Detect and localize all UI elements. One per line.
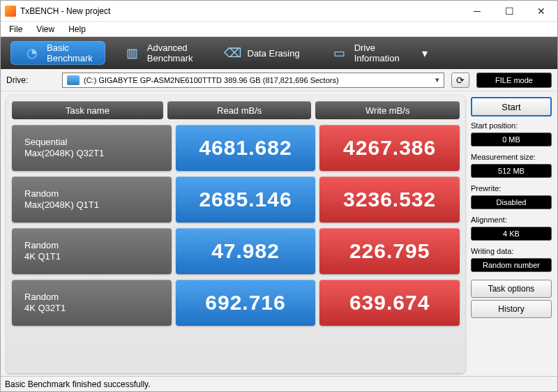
app-icon bbox=[5, 6, 16, 17]
tab-basic-benchmark[interactable]: ◔ BasicBenchmark bbox=[10, 41, 105, 65]
drive-label: Drive: bbox=[6, 75, 55, 85]
window-title: TxBENCH - New project bbox=[20, 6, 110, 16]
disk-icon bbox=[67, 75, 80, 85]
task-random-4k-q32: Random4K Q32T1 bbox=[12, 280, 172, 326]
read-value: 47.982 bbox=[176, 228, 316, 274]
titlebar[interactable]: TxBENCH - New project ─ ☐ ✕ bbox=[1, 1, 557, 22]
refresh-button[interactable]: ⟳ bbox=[451, 73, 469, 88]
startpos-value[interactable]: 0 MB bbox=[471, 133, 552, 146]
bench-row: Random4K Q1T1 47.982 226.795 bbox=[12, 228, 460, 274]
close-button[interactable]: ✕ bbox=[525, 1, 557, 22]
write-value: 3236.532 bbox=[319, 176, 460, 223]
bench-row: RandomMax(2048K) Q1T1 2685.146 3236.532 bbox=[12, 176, 460, 223]
header-write: Write mB/s bbox=[315, 101, 460, 119]
chevron-down-icon: ▾ bbox=[435, 75, 439, 84]
bench-row: Random4K Q32T1 692.716 639.674 bbox=[12, 280, 460, 326]
write-value: 4267.386 bbox=[319, 125, 460, 171]
drive-icon: ▭ bbox=[331, 44, 349, 62]
tab-data-erasing[interactable]: ⌫ Data Erasing bbox=[211, 41, 312, 65]
task-options-button[interactable]: Task options bbox=[471, 280, 552, 298]
task-random-4k-q1: Random4K Q1T1 bbox=[12, 228, 172, 274]
bench-row: SequentialMax(2048K) Q32T1 4681.682 4267… bbox=[12, 125, 460, 171]
chart-icon: ▥ bbox=[123, 44, 142, 62]
menu-file[interactable]: File bbox=[2, 23, 29, 36]
header-read: Read mB/s bbox=[167, 101, 312, 119]
drive-selected-text: (C:) GIGABYTE GP-ASM2NE6100TTTD 389.96 G… bbox=[84, 76, 339, 84]
menu-help[interactable]: Help bbox=[61, 23, 93, 36]
status-text: Basic Benchmark finished successfully. bbox=[5, 379, 151, 389]
prewrite-label: Prewrite: bbox=[471, 181, 552, 193]
tab-drive-information[interactable]: ▭ DriveInformation bbox=[318, 41, 412, 65]
task-random-max: RandomMax(2048K) Q1T1 bbox=[12, 176, 172, 223]
gauge-icon: ◔ bbox=[23, 44, 41, 62]
history-button[interactable]: History bbox=[471, 300, 552, 318]
read-value: 2685.146 bbox=[176, 176, 316, 223]
drive-select[interactable]: (C:) GIGABYTE GP-ASM2NE6100TTTD 389.96 G… bbox=[62, 73, 444, 88]
minimize-button[interactable]: ─ bbox=[461, 1, 493, 22]
menubar: File View Help bbox=[1, 22, 557, 37]
startpos-label: Start position: bbox=[471, 119, 552, 130]
toolbar-overflow-icon[interactable]: ▾ bbox=[415, 37, 435, 69]
tab-advanced-benchmark[interactable]: ▥ AdvancedBenchmark bbox=[111, 41, 206, 65]
results-panel: Task name Read mB/s Write mB/s Sequentia… bbox=[6, 96, 465, 373]
alignment-value[interactable]: 4 KB bbox=[471, 227, 552, 241]
menu-view[interactable]: View bbox=[29, 23, 61, 36]
file-mode-button[interactable]: FILE mode bbox=[476, 73, 552, 88]
alignment-label: Alignment: bbox=[471, 213, 552, 224]
read-value: 4681.682 bbox=[176, 125, 316, 171]
measure-label: Measurement size: bbox=[471, 150, 552, 161]
refresh-icon: ⟳ bbox=[456, 75, 465, 86]
erase-icon: ⌫ bbox=[224, 44, 242, 62]
content: Task name Read mB/s Write mB/s Sequentia… bbox=[1, 91, 557, 376]
task-sequential: SequentialMax(2048K) Q32T1 bbox=[12, 125, 172, 171]
writedata-label: Writing data: bbox=[471, 244, 552, 255]
maximize-button[interactable]: ☐ bbox=[493, 1, 525, 22]
measure-value[interactable]: 512 MB bbox=[471, 164, 552, 178]
prewrite-value[interactable]: Disabled bbox=[471, 195, 552, 209]
start-button[interactable]: Start bbox=[471, 97, 552, 116]
read-value: 692.716 bbox=[176, 280, 316, 326]
side-panel: Start Start position: 0 MB Measurement s… bbox=[471, 96, 552, 373]
write-value: 226.795 bbox=[319, 228, 460, 274]
app-window: TxBENCH - New project ─ ☐ ✕ File View He… bbox=[0, 0, 558, 392]
header-taskname: Task name bbox=[12, 101, 163, 119]
writedata-value[interactable]: Random number bbox=[471, 258, 552, 272]
toolbar: ◔ BasicBenchmark ▥ AdvancedBenchmark ⌫ D… bbox=[1, 37, 557, 69]
drive-row: Drive: (C:) GIGABYTE GP-ASM2NE6100TTTD 3… bbox=[1, 69, 557, 91]
status-bar: Basic Benchmark finished successfully. bbox=[1, 376, 557, 391]
write-value: 639.674 bbox=[319, 280, 460, 326]
